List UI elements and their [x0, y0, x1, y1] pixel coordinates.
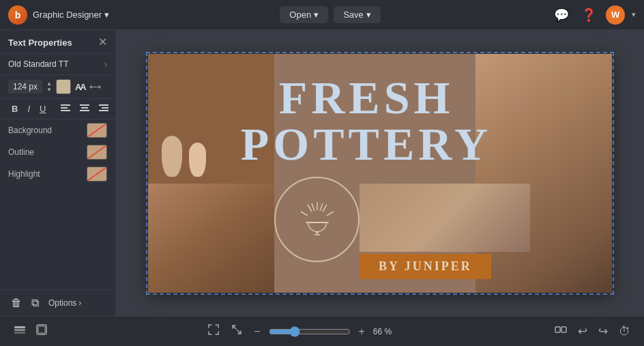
svg-rect-20 — [14, 326, 25, 328]
open-chevron: ▾ — [314, 10, 319, 20]
bottom-toolbar: − + 66 % ↩ ↪ ⏱ — [0, 316, 644, 346]
delete-icon[interactable]: 🗑 — [8, 294, 25, 312]
by-juniper-banner: BY JUNIPER — [360, 254, 491, 279]
options-chevron-icon: › — [78, 298, 81, 308]
design-canvas: FRESH POTTERY BY JUNIPER — [148, 54, 612, 293]
navbar-center: Open ▾ Save ▾ — [280, 6, 380, 23]
app-title[interactable]: Graphic Designer ▾ — [33, 10, 109, 20]
svg-rect-6 — [99, 104, 108, 106]
panel-actions: 🗑 ⧉ Options › — [0, 289, 115, 316]
layers-icon[interactable] — [11, 321, 29, 342]
svg-rect-22 — [14, 332, 25, 334]
animate-icon[interactable] — [552, 321, 570, 342]
size-arrows: ▲ ▼ — [46, 81, 52, 93]
svg-rect-26 — [561, 327, 566, 332]
size-down-button[interactable]: ▼ — [46, 87, 52, 93]
svg-rect-2 — [61, 110, 70, 111]
highlight-color-swatch[interactable] — [87, 167, 107, 182]
bottom-center-tools: − + 66 % — [56, 321, 546, 342]
fit-page-icon[interactable] — [205, 321, 222, 342]
svg-rect-8 — [99, 110, 108, 111]
bottom-right-tools: ↩ ↪ ⏱ — [552, 321, 633, 342]
background-color-row: Background — [0, 119, 115, 141]
outline-color-swatch[interactable] — [87, 145, 107, 160]
headline-line2: POTTERY — [230, 121, 503, 167]
zoom-out-button[interactable]: − — [251, 323, 263, 341]
font-selector[interactable]: Old Standard TT › — [0, 54, 115, 75]
svg-rect-21 — [14, 329, 25, 331]
font-size-row: ▲ ▼ AA ⟷ — [0, 75, 115, 99]
underline-button[interactable]: U — [36, 102, 49, 116]
svg-rect-1 — [61, 107, 68, 109]
undo-icon[interactable]: ↩ — [575, 321, 590, 341]
zoom-slider-container — [269, 326, 351, 337]
history-icon[interactable]: ⏱ — [616, 322, 633, 341]
zoom-percent-label: 66 % — [373, 327, 398, 336]
circle-emblem — [274, 177, 360, 262]
save-chevron: ▾ — [366, 10, 371, 20]
avatar[interactable]: W — [606, 5, 625, 25]
duplicate-icon[interactable]: ⧉ — [29, 294, 42, 312]
svg-rect-0 — [61, 104, 70, 106]
app-logo: b — [8, 5, 27, 25]
svg-line-10 — [323, 205, 327, 212]
align-center-button[interactable] — [76, 102, 93, 116]
svg-rect-4 — [81, 107, 88, 109]
center-clay-image — [360, 184, 530, 252]
svg-rect-5 — [80, 110, 89, 111]
bowl-icon — [297, 197, 338, 242]
comment-icon[interactable]: 💬 — [551, 5, 572, 25]
zoom-slider[interactable] — [269, 326, 351, 337]
font-chevron-icon: › — [104, 59, 107, 69]
options-button[interactable]: Options › — [48, 298, 81, 308]
panel-close-button[interactable]: ✕ — [98, 37, 107, 48]
svg-line-14 — [320, 203, 323, 211]
svg-rect-24 — [38, 326, 45, 333]
svg-rect-25 — [555, 327, 560, 332]
svg-line-12 — [308, 205, 312, 212]
logo-letter: b — [15, 10, 21, 20]
align-left-button[interactable] — [57, 102, 74, 116]
highlight-color-row: Highlight — [0, 163, 115, 185]
main-headline: FRESH POTTERY — [230, 74, 503, 167]
svg-rect-3 — [80, 104, 89, 106]
italic-button[interactable]: I — [24, 102, 33, 116]
bottom-left-tools — [11, 321, 50, 342]
svg-line-13 — [301, 212, 308, 216]
text-properties-panel: Text Properties ✕ Old Standard TT › ▲ ▼ … — [0, 30, 116, 316]
align-right-button[interactable] — [96, 102, 112, 116]
navbar: b Graphic Designer ▾ Open ▾ Save ▾ 💬 ❓ W… — [0, 0, 644, 30]
background-color-swatch[interactable] — [87, 123, 107, 138]
align-right-icon — [99, 104, 108, 112]
open-button[interactable]: Open ▾ — [280, 6, 328, 23]
text-style-row: B I U — [0, 99, 115, 119]
background-label: Background — [8, 126, 52, 135]
highlight-label: Highlight — [8, 169, 40, 179]
svg-rect-7 — [102, 107, 108, 109]
help-icon[interactable]: ❓ — [579, 5, 599, 25]
bold-button[interactable]: B — [8, 102, 21, 116]
font-name-label: Old Standard TT — [8, 59, 69, 69]
panel-title: Text Properties — [8, 38, 72, 48]
canvas-area[interactable]: FRESH POTTERY BY JUNIPER — [116, 30, 644, 316]
zoom-in-button[interactable]: + — [356, 323, 368, 341]
letter-spacing-icon: ⟷ — [89, 82, 101, 91]
by-juniper-text: BY JUNIPER — [379, 259, 472, 273]
text-color-swatch[interactable] — [56, 79, 71, 94]
svg-line-15 — [312, 203, 314, 211]
save-button[interactable]: Save ▾ — [334, 6, 381, 23]
svg-line-11 — [327, 212, 334, 216]
title-chevron: ▾ — [104, 10, 109, 20]
expand-icon[interactable] — [228, 321, 246, 342]
avatar-chevron: ▾ — [632, 10, 636, 19]
outline-label: Outline — [8, 147, 34, 157]
main-area: Text Properties ✕ Old Standard TT › ▲ ▼ … — [0, 30, 644, 316]
size-up-button[interactable]: ▲ — [46, 81, 52, 87]
pages-icon[interactable] — [33, 321, 50, 342]
redo-icon[interactable]: ↪ — [596, 321, 611, 341]
mid-left-clay-image — [148, 184, 274, 293]
align-center-icon — [80, 104, 89, 112]
outline-color-row: Outline — [0, 141, 115, 163]
font-size-input[interactable] — [8, 80, 42, 93]
navbar-right: 💬 ❓ W ▾ — [551, 5, 636, 25]
